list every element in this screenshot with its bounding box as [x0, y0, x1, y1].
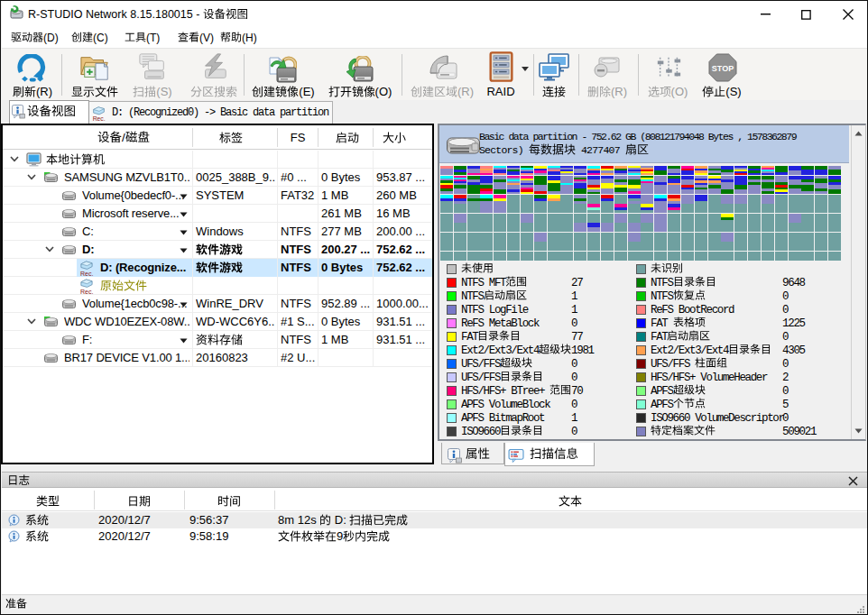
- svg-text:STOP: STOP: [712, 64, 734, 73]
- svg-text:Rec.: Rec.: [93, 115, 106, 122]
- svg-text:Rec.: Rec.: [80, 289, 94, 295]
- svg-text:Rec.: Rec.: [80, 271, 94, 277]
